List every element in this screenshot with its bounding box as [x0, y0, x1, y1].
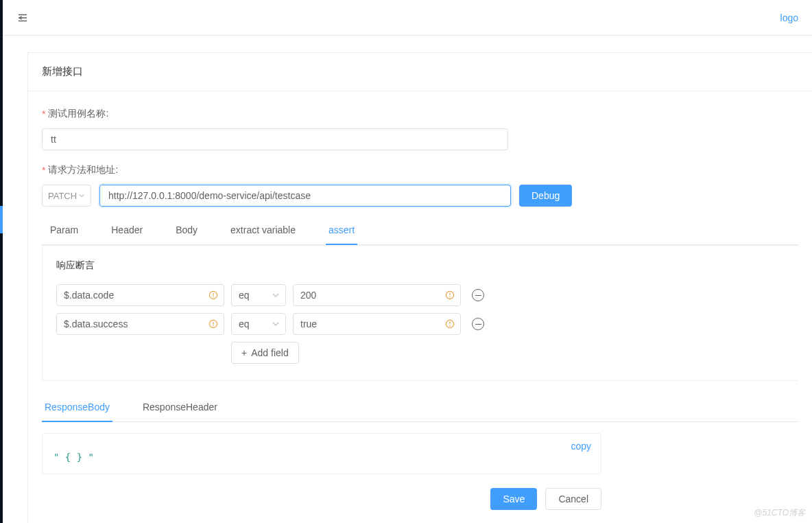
warning-icon: [208, 319, 218, 329]
assert-card: 响应断言: [42, 245, 798, 381]
plus-icon: +: [241, 348, 247, 358]
left-nav-active-indicator: [0, 206, 3, 233]
sidebar-collapse-icon[interactable]: [16, 12, 29, 24]
assert-expect-input-wrap: [293, 313, 461, 335]
testcase-name-item: * 测试用例名称:: [42, 108, 798, 150]
debug-button[interactable]: Debug: [519, 185, 572, 207]
assert-path-input[interactable]: [64, 290, 217, 301]
svg-point-11: [213, 325, 213, 326]
assert-expect-input[interactable]: [300, 290, 453, 301]
watermark: @51CTO博客: [754, 507, 805, 519]
svg-point-14: [449, 325, 450, 326]
svg-point-8: [449, 297, 450, 297]
assert-op-select[interactable]: [231, 313, 286, 335]
warning-icon: [208, 290, 218, 300]
http-method-value: PATCH: [48, 191, 77, 201]
method-url-item: * 请求方法和地址: PATCH Debug: [42, 164, 798, 207]
response-body-card: copy " { } ": [42, 433, 601, 474]
tab-response-header[interactable]: ResponseHeader: [140, 402, 220, 421]
left-nav-rail: [0, 0, 3, 523]
assert-expect-input[interactable]: [300, 318, 453, 329]
svg-point-5: [213, 297, 213, 297]
tab-header[interactable]: Header: [108, 224, 145, 244]
testcase-name-input[interactable]: [42, 128, 508, 150]
required-star-icon: *: [42, 108, 45, 119]
main-panel: 新增接口 * 测试用例名称: * 请求方法和地址: PATCH Debug: [27, 52, 812, 523]
assert-expect-input-wrap: [293, 284, 461, 306]
url-input[interactable]: [99, 185, 511, 207]
assert-path-input-wrap: [56, 284, 224, 306]
testcase-name-label: 测试用例名称:: [48, 108, 108, 120]
tab-extract-variable[interactable]: extract variable: [228, 224, 298, 244]
save-button[interactable]: Save: [490, 488, 537, 510]
cancel-button[interactable]: Cancel: [545, 488, 601, 510]
assert-row: [56, 284, 785, 306]
footer-actions: Save Cancel: [42, 488, 601, 510]
warning-icon: [445, 319, 455, 329]
required-star-icon: *: [42, 165, 45, 176]
assert-path-input-wrap: [56, 313, 224, 335]
tab-param[interactable]: Param: [47, 224, 81, 244]
add-field-button[interactable]: + Add field: [231, 342, 299, 364]
chevron-down-icon: [78, 192, 85, 199]
panel-title: 新增接口: [28, 53, 812, 91]
assert-row: [56, 313, 785, 335]
request-tabs: Param Header Body extract variable asser…: [42, 224, 798, 245]
tab-assert[interactable]: assert: [326, 224, 357, 245]
remove-row-icon[interactable]: [472, 318, 484, 330]
copy-button[interactable]: copy: [571, 441, 591, 452]
add-field-label: Add field: [251, 347, 288, 358]
chevron-down-icon: [272, 291, 280, 299]
warning-icon: [445, 290, 455, 300]
tab-response-body[interactable]: ResponseBody: [42, 402, 112, 422]
topbar: logo: [0, 0, 812, 36]
tab-body[interactable]: Body: [173, 224, 200, 244]
chevron-down-icon: [272, 320, 280, 328]
assert-op-select[interactable]: [231, 284, 286, 306]
assert-path-input[interactable]: [64, 318, 217, 329]
method-url-label: 请求方法和地址:: [48, 164, 118, 176]
http-method-select[interactable]: PATCH: [42, 185, 91, 207]
response-body-text: " { } ": [53, 445, 590, 463]
response-tabs: ResponseBody ResponseHeader: [42, 402, 798, 422]
assert-title: 响应断言: [43, 246, 798, 284]
remove-row-icon[interactable]: [472, 289, 484, 301]
logout-link[interactable]: logo: [780, 12, 798, 23]
